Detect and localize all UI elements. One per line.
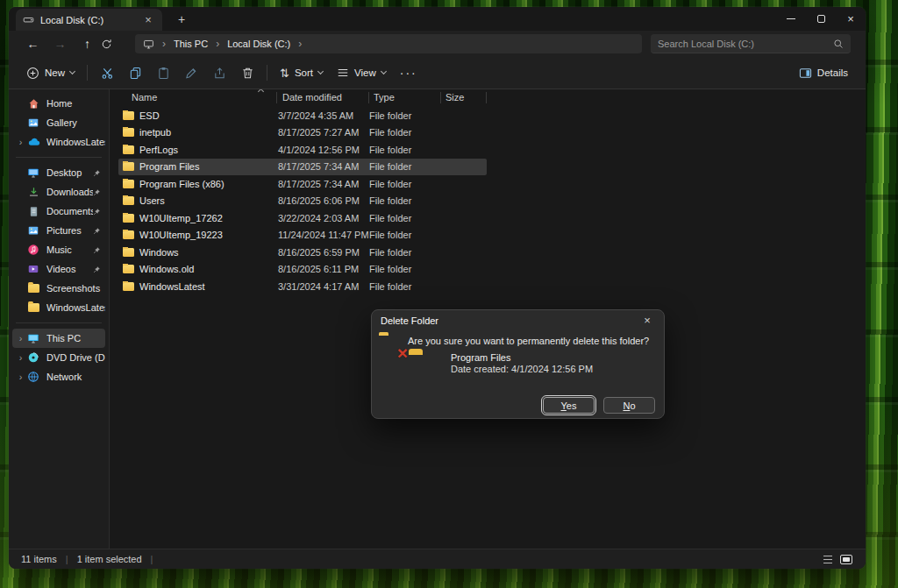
sidebar-divider: [16, 322, 102, 323]
file-row[interactable]: WindowsLatest 3/31/2024 4:17 AM File fol…: [118, 278, 487, 295]
breadcrumb-local-disk[interactable]: Local Disk (C:): [227, 39, 290, 49]
search-input[interactable]: [658, 39, 833, 49]
breadcrumb[interactable]: › This PC › Local Disk (C:) ›: [135, 34, 642, 53]
details-pane-button[interactable]: Details: [792, 62, 855, 84]
file-name: inetpub: [139, 127, 171, 138]
file-date: 3/7/2024 4:35 AM: [278, 110, 369, 121]
file-row[interactable]: Users 8/16/2025 6:06 PM File folder: [118, 193, 487, 210]
share-button[interactable]: [205, 61, 233, 84]
new-tab-button[interactable]: +: [171, 9, 192, 31]
minimize-button[interactable]: [776, 7, 806, 31]
rename-button[interactable]: [177, 61, 205, 84]
expand-chevron-icon[interactable]: ›: [15, 333, 26, 344]
dialog-close-icon[interactable]: ×: [639, 314, 655, 327]
file-row[interactable]: Windows 8/16/2025 6:59 PM File folder: [118, 244, 487, 261]
file-row[interactable]: W10UItemp_19223 11/24/2024 11:47 PM File…: [118, 227, 487, 244]
file-name: Windows: [139, 247, 179, 258]
file-type: File folder: [369, 110, 441, 121]
breadcrumb-chevron: ›: [162, 38, 166, 50]
sidebar-item-label: Videos: [46, 264, 93, 274]
file-type: File folder: [369, 247, 441, 258]
breadcrumb-this-pc[interactable]: This PC: [174, 39, 208, 49]
file-name: Program Files: [139, 161, 199, 172]
explorer-tab[interactable]: Local Disk (C:) ×: [16, 9, 162, 31]
cut-button[interactable]: [93, 61, 121, 84]
sidebar-item-label: Gallery: [46, 117, 105, 128]
expand-chevron-icon[interactable]: ›: [15, 372, 26, 382]
refresh-button[interactable]: [101, 39, 128, 50]
column-header-size[interactable]: Size: [441, 91, 487, 104]
chevron-down-icon: [317, 68, 324, 74]
dialog-title: Delete Folder: [381, 315, 438, 326]
sidebar-item-network[interactable]: › Network: [12, 367, 105, 386]
chevron-down-icon: [69, 68, 75, 74]
status-divider: |: [66, 554, 68, 564]
file-row[interactable]: inetpub 8/17/2025 7:27 AM File folder: [118, 124, 487, 142]
toolbar-separator: [267, 65, 267, 81]
up-button[interactable]: ↑: [74, 37, 101, 51]
sidebar-item-dvd-drive[interactable]: › DVD Drive (D:) CCC: [12, 348, 105, 367]
sidebar-item-desktop[interactable]: Desktop: [12, 163, 105, 182]
sidebar-item-label: Screenshots: [46, 283, 105, 294]
see-more-button[interactable]: ···: [393, 66, 424, 80]
paste-button[interactable]: [149, 61, 177, 84]
file-row[interactable]: Program Files (x86) 8/17/2025 7:34 AM Fi…: [118, 175, 487, 193]
copy-button[interactable]: [121, 61, 149, 84]
sidebar-item-screenshots[interactable]: Screenshots: [12, 279, 105, 298]
column-header-type[interactable]: Type: [369, 91, 441, 104]
titlebar[interactable]: Local Disk (C:) × + ×: [9, 7, 866, 31]
back-button[interactable]: ←: [19, 37, 46, 51]
sidebar-item-music[interactable]: Music: [12, 240, 105, 259]
sort-button[interactable]: ⇅ Sort: [273, 62, 330, 84]
maximize-icon: [817, 15, 825, 23]
large-icons-view-toggle[interactable]: [839, 554, 853, 565]
file-type: File folder: [369, 213, 441, 223]
dialog-titlebar[interactable]: Delete Folder ×: [372, 310, 664, 330]
sidebar-item-home[interactable]: Home: [12, 94, 105, 113]
sidebar-item-documents[interactable]: Documents: [12, 202, 105, 221]
file-row[interactable]: PerfLogs 4/1/2024 12:56 PM File folder: [118, 141, 487, 159]
expand-chevron-icon[interactable]: ›: [15, 352, 26, 363]
file-type: File folder: [369, 230, 441, 240]
yes-button[interactable]: Yes: [543, 397, 595, 414]
file-row[interactable]: W10UItemp_17262 3/22/2024 2:03 AM File f…: [118, 209, 487, 227]
file-date: 8/17/2025 7:27 AM: [278, 127, 369, 138]
column-header-date-modified[interactable]: Date modified: [277, 91, 369, 104]
sidebar-item-label: This PC: [46, 333, 105, 344]
desktop-icon: [26, 166, 40, 180]
forward-button[interactable]: →: [46, 37, 74, 51]
view-button[interactable]: View: [330, 62, 393, 83]
sidebar-item-onedrive[interactable]: › WindowsLatest - Pe: [12, 132, 105, 152]
file-date: 3/31/2024 4:17 AM: [278, 281, 369, 292]
column-header-name[interactable]: Name: [118, 91, 277, 104]
file-row-selected[interactable]: Program Files 8/17/2025 7:34 AM File fol…: [118, 159, 487, 176]
close-button[interactable]: ×: [836, 7, 866, 31]
file-date: 8/17/2025 7:34 AM: [278, 179, 369, 189]
details-pane-label: Details: [817, 67, 848, 78]
details-view-icon: [823, 556, 832, 563]
sidebar-item-this-pc[interactable]: › This PC: [12, 329, 105, 348]
file-row[interactable]: Windows.old 8/16/2025 6:11 PM File folde…: [118, 261, 487, 279]
this-pc-icon: [143, 39, 154, 50]
new-button[interactable]: New: [19, 62, 82, 84]
expand-chevron-icon[interactable]: ›: [15, 137, 26, 147]
maximize-button[interactable]: [806, 7, 836, 31]
dvd-drive-icon: [26, 351, 40, 365]
search-box[interactable]: [651, 34, 851, 53]
sidebar-item-windowslatest[interactable]: WindowsLatest: [12, 298, 105, 317]
no-button[interactable]: No: [603, 397, 655, 414]
file-name: ESD: [139, 110, 160, 121]
sidebar-item-videos[interactable]: Videos: [12, 259, 105, 279]
tab-close-icon[interactable]: ×: [141, 13, 155, 26]
details-view-toggle[interactable]: [821, 554, 835, 565]
sidebar-item-gallery[interactable]: Gallery: [12, 113, 105, 132]
file-name: Users: [139, 195, 165, 206]
pictures-icon: [26, 223, 40, 237]
delete-button[interactable]: [233, 61, 261, 84]
sidebar-item-downloads[interactable]: Downloads: [12, 182, 105, 202]
sidebar-item-pictures[interactable]: Pictures: [12, 221, 105, 240]
file-row[interactable]: ESD 3/7/2024 4:35 AM File folder: [118, 107, 487, 124]
dialog-message: Are you sure you want to permanently del…: [408, 336, 649, 346]
file-name: WindowsLatest: [139, 281, 205, 292]
folder-icon: [123, 265, 134, 273]
